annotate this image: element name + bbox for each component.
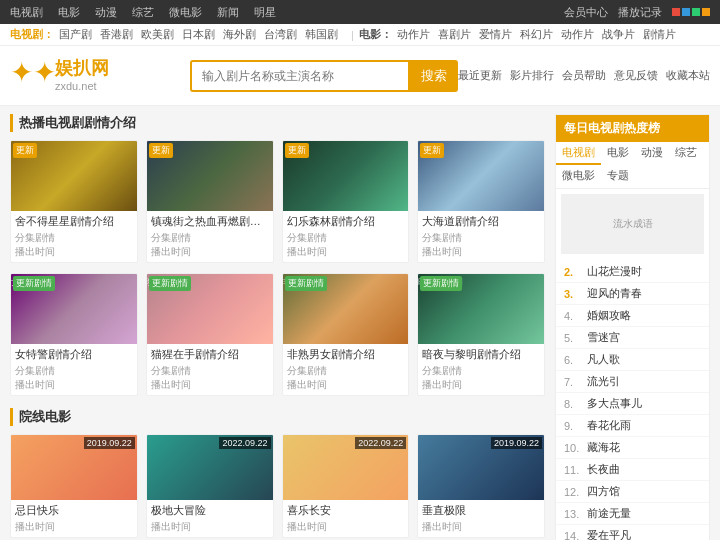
movie-date-4: 2019.09.22 — [491, 437, 542, 449]
drama-episodes-6: 分集剧情 — [151, 364, 269, 378]
list-item[interactable]: 11. 长夜曲 — [556, 459, 709, 481]
list-item[interactable]: 7. 流光引 — [556, 371, 709, 393]
nav-movie[interactable]: 电影 — [58, 5, 80, 20]
drama-info-4: 大海道剧情介绍 分集剧情 播出时间 — [418, 211, 544, 262]
nav-micro[interactable]: 微电影 — [169, 5, 202, 20]
movie-info-4: 垂直极限 播出时间 — [418, 500, 544, 537]
list-item[interactable]: 3. 迎风的青春 — [556, 283, 709, 305]
drama-thumb-5: 更新剧情 女特警 — [11, 274, 137, 344]
drama-card-8[interactable]: 更新剧情 暗夜与黎明 暗夜与黎明剧情介绍 分集剧情 播出时间 — [417, 273, 545, 396]
link-feedback[interactable]: 意见反馈 — [614, 68, 658, 83]
movie-thumb-4: 2019.09.22 — [418, 435, 544, 500]
link-help[interactable]: 会员帮助 — [562, 68, 606, 83]
badge-3: 更新 — [285, 143, 309, 158]
sec-nav-comedy[interactable]: 喜剧片 — [438, 27, 471, 42]
movie-card-1[interactable]: 2019.09.22 忌日快乐 播出时间 — [10, 434, 138, 538]
drama-time-5: 播出时间 — [15, 378, 133, 392]
drama-info-2: 镇魂街之热血再燃剧情介绍 分集剧情 播出时间 — [147, 211, 273, 262]
drama-title-2: 镇魂街之热血再燃剧情介绍 — [151, 214, 269, 229]
movie-info-1: 忌日快乐 播出时间 — [11, 500, 137, 537]
sec-nav-western[interactable]: 欧美剧 — [141, 27, 174, 42]
drama-time-1: 播出时间 — [15, 245, 133, 259]
sec-nav-romance[interactable]: 爱情片 — [479, 27, 512, 42]
sidebar-tab-movie[interactable]: 电影 — [601, 142, 635, 165]
logo-text: 娱扒网 zxdu.net — [55, 58, 109, 93]
sidebar-tab-variety[interactable]: 综艺 — [669, 142, 703, 165]
nav-history[interactable]: 播放记录 — [618, 5, 662, 20]
search-button[interactable]: 搜索 — [410, 60, 458, 92]
drama-thumb-2: 更新 — [147, 141, 273, 211]
drama-card-6[interactable]: 更新剧情 猫猩在手 猫猩在手剧情介绍 分集剧情 播出时间 — [146, 273, 274, 396]
link-rank[interactable]: 影片排行 — [510, 68, 554, 83]
movie-title-1: 忌日快乐 — [15, 503, 133, 518]
drama-time-8: 播出时间 — [422, 378, 540, 392]
drama-episodes-4: 分集剧情 — [422, 231, 540, 245]
movie-card-4[interactable]: 2019.09.22 垂直极限 播出时间 — [417, 434, 545, 538]
sec-nav-kr[interactable]: 韩国剧 — [305, 27, 338, 42]
tv-nav-label: 电视剧： — [10, 27, 54, 42]
drama-info-8: 暗夜与黎明剧情介绍 分集剧情 播出时间 — [418, 344, 544, 395]
sec-nav-war[interactable]: 战争片 — [602, 27, 635, 42]
drama-meta-6: 分集剧情 播出时间 — [151, 364, 269, 392]
list-item[interactable]: 13. 前途无量 — [556, 503, 709, 525]
drama-title-6: 猫猩在手剧情介绍 — [151, 347, 269, 362]
drama-thumb-1: 更新 — [11, 141, 137, 211]
drama-card-5[interactable]: 更新剧情 女特警 女特警剧情介绍 分集剧情 播出时间 — [10, 273, 138, 396]
drama-card-1[interactable]: 更新 舍不得星星剧情介绍 分集剧情 播出时间 — [10, 140, 138, 263]
sec-nav-action[interactable]: 动作片 — [397, 27, 430, 42]
link-bookmark[interactable]: 收藏本站 — [666, 68, 710, 83]
sidebar-tab-tv[interactable]: 电视剧 — [556, 142, 601, 165]
logo-icon: ✦✦ — [10, 56, 50, 96]
drama-card-2[interactable]: 更新 镇魂街之热血再燃剧情介绍 分集剧情 播出时间 — [146, 140, 274, 263]
nav-news[interactable]: 新闻 — [217, 5, 239, 20]
sq-red — [672, 8, 680, 16]
link-recent[interactable]: 最近更新 — [458, 68, 502, 83]
movie-card-3[interactable]: 2022.09.22 喜乐长安 播出时间 — [282, 434, 410, 538]
sq-yellow — [702, 8, 710, 16]
sidebar-tab-anime[interactable]: 动漫 — [635, 142, 669, 165]
sec-nav-action2[interactable]: 动作片 — [561, 27, 594, 42]
drama-card-4[interactable]: 更新 大海道剧情介绍 分集剧情 播出时间 — [417, 140, 545, 263]
badge-7: 更新剧情 — [285, 276, 327, 291]
hot-name-6: 凡人歌 — [587, 352, 620, 367]
logo-area: ✦✦ 娱扒网 zxdu.net — [10, 56, 190, 96]
sidebar-tab-topic[interactable]: 专题 — [601, 165, 635, 188]
list-item[interactable]: 14. 爱在平凡 — [556, 525, 709, 540]
drama-title-1: 舍不得星星剧情介绍 — [15, 214, 133, 229]
list-item[interactable]: 2. 山花烂漫时 — [556, 261, 709, 283]
list-item[interactable]: 12. 四方馆 — [556, 481, 709, 503]
sidebar-title: 每日电视剧热度榜 — [556, 115, 709, 142]
sec-nav-drama[interactable]: 剧情片 — [643, 27, 676, 42]
sidebar-tab-micro[interactable]: 微电影 — [556, 165, 601, 188]
sec-nav-tw[interactable]: 台湾剧 — [264, 27, 297, 42]
movie-card-2[interactable]: 2022.09.22 极地大冒险 播出时间 — [146, 434, 274, 538]
drama-time-7: 播出时间 — [287, 378, 405, 392]
sec-nav-scifi[interactable]: 科幻片 — [520, 27, 553, 42]
drama-card-3[interactable]: 更新 幻乐森林剧情介绍 分集剧情 播出时间 — [282, 140, 410, 263]
sec-nav-overseas[interactable]: 海外剧 — [223, 27, 256, 42]
nav-tv[interactable]: 电视剧 — [10, 5, 43, 20]
drama-time-3: 播出时间 — [287, 245, 405, 259]
nav-anime[interactable]: 动漫 — [95, 5, 117, 20]
drama-info-6: 猫猩在手剧情介绍 分集剧情 播出时间 — [147, 344, 273, 395]
hot-name-8: 多大点事儿 — [587, 396, 642, 411]
nav-variety[interactable]: 综艺 — [132, 5, 154, 20]
movie-grid-1: 2019.09.22 忌日快乐 播出时间 2022.09.22 极地大冒险 播出… — [10, 434, 545, 538]
list-item[interactable]: 9. 春花化雨 — [556, 415, 709, 437]
header-right: 最近更新 影片排行 会员帮助 意见反馈 收藏本站 — [458, 68, 710, 83]
list-item[interactable]: 6. 凡人歌 — [556, 349, 709, 371]
list-item[interactable]: 8. 多大点事儿 — [556, 393, 709, 415]
list-item[interactable]: 4. 婚姻攻略 — [556, 305, 709, 327]
drama-card-7[interactable]: 更新剧情 非熟男女 非熟男女剧情介绍 分集剧情 播出时间 — [282, 273, 410, 396]
drama-episodes-2: 分集剧情 — [151, 231, 269, 245]
sec-nav-domestic[interactable]: 国产剧 — [59, 27, 92, 42]
nav-star[interactable]: 明星 — [254, 5, 276, 20]
sec-nav-jp[interactable]: 日本剧 — [182, 27, 215, 42]
list-item[interactable]: 10. 藏海花 — [556, 437, 709, 459]
rank-8: 8. — [564, 398, 582, 410]
nav-member[interactable]: 会员中心 — [564, 5, 608, 20]
sec-nav-hk[interactable]: 香港剧 — [100, 27, 133, 42]
drama-time-2: 播出时间 — [151, 245, 269, 259]
list-item[interactable]: 5. 雪迷宫 — [556, 327, 709, 349]
search-input[interactable] — [190, 60, 410, 92]
